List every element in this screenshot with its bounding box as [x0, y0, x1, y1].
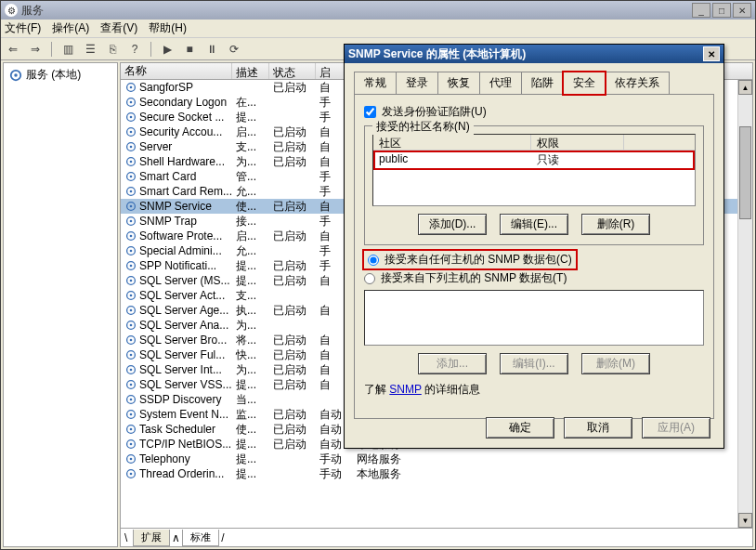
accept-list-radio[interactable] — [364, 273, 375, 284]
gear-icon — [124, 304, 137, 317]
communities-listbox[interactable]: 社区 权限 public 只读 — [372, 134, 696, 206]
svg-point-53 — [130, 458, 133, 461]
tab-recovery[interactable]: 恢复 — [437, 72, 480, 95]
svg-point-45 — [130, 399, 133, 401]
gear-icon — [124, 200, 137, 213]
col-perm[interactable]: 权限 — [531, 135, 624, 150]
tab-general[interactable]: 常规 — [354, 72, 397, 95]
gear-icon — [124, 363, 137, 376]
window-title: 服务 — [21, 3, 692, 19]
cancel-button[interactable]: 取消 — [564, 417, 632, 439]
tab-traps[interactable]: 陷阱 — [521, 72, 564, 95]
tree-root-label: 服务 (本地) — [26, 67, 81, 83]
tree-root[interactable]: 服务 (本地) — [4, 63, 117, 86]
tab-security[interactable]: 安全 — [563, 72, 606, 95]
maximize-button[interactable]: □ — [712, 3, 731, 18]
tab-agent[interactable]: 代理 — [479, 72, 522, 95]
scrollbar[interactable]: ▲ ▼ — [737, 80, 752, 528]
gear-icon — [124, 140, 137, 153]
svg-point-21 — [130, 220, 133, 223]
menu-view[interactable]: 查看(V) — [100, 20, 137, 36]
dialog-close-button[interactable]: ✕ — [703, 46, 720, 61]
minimize-button[interactable]: _ — [692, 3, 710, 18]
properties-button[interactable]: ☰ — [82, 41, 98, 58]
menubar: 文件(F) 操作(A) 查看(V) 帮助(H) — [1, 20, 755, 38]
gear-icon — [124, 334, 137, 347]
gear-icon — [9, 69, 22, 82]
back-button[interactable]: ⇐ — [5, 41, 21, 58]
svg-point-23 — [130, 235, 133, 238]
remove-community-button[interactable]: 删除(R) — [581, 214, 650, 235]
community-row[interactable]: public 只读 — [373, 151, 695, 170]
gear-icon — [124, 274, 137, 287]
hosts-listbox[interactable] — [364, 290, 704, 346]
gear-icon — [124, 452, 137, 465]
svg-point-9 — [130, 131, 133, 134]
restart-button[interactable]: ⟳ — [226, 41, 242, 58]
svg-point-39 — [130, 354, 133, 357]
svg-point-49 — [130, 428, 133, 431]
show-hide-tree-button[interactable]: ▥ — [59, 41, 76, 58]
add-community-button[interactable]: 添加(D)... — [418, 214, 487, 235]
svg-point-19 — [130, 205, 133, 208]
send-auth-trap-checkbox[interactable] — [364, 106, 376, 118]
stop-button[interactable]: ■ — [181, 41, 198, 58]
apply-button[interactable]: 应用(A) — [642, 417, 710, 439]
ok-button[interactable]: 确定 — [486, 417, 554, 439]
col-name[interactable]: 名称 — [121, 63, 232, 79]
gear-icon — [124, 125, 137, 138]
tree-pane: 服务 (本地) — [3, 62, 118, 547]
add-host-button[interactable]: 添加... — [418, 353, 487, 374]
gear-icon — [124, 155, 137, 168]
info-line: 了解 SNMP 的详细信息 — [364, 382, 704, 398]
svg-point-35 — [130, 324, 133, 327]
service-row[interactable]: Telephony提...手动网络服务 — [121, 452, 752, 466]
svg-point-17 — [130, 190, 133, 193]
gear-icon — [124, 438, 137, 451]
svg-point-27 — [130, 265, 133, 268]
snmp-info-link[interactable]: SNMP — [389, 383, 421, 396]
scroll-thumb[interactable] — [739, 126, 751, 219]
svg-point-3 — [130, 86, 133, 89]
gear-icon — [124, 81, 137, 94]
gear-icon — [124, 408, 137, 421]
col-desc[interactable]: 描述 — [232, 63, 269, 79]
close-button[interactable]: ✕ — [733, 3, 751, 18]
accepted-communities-group: 接受的社区名称(N) 社区 权限 public 只读 添加(D)... 编辑(E… — [364, 125, 704, 245]
help-button[interactable]: ? — [126, 41, 143, 58]
export-button[interactable]: ⎘ — [104, 41, 121, 58]
remove-host-button[interactable]: 删除(M) — [581, 353, 650, 374]
gear-icon — [124, 289, 137, 302]
tab-standard[interactable]: 标准 — [182, 530, 219, 546]
edit-community-button[interactable]: 编辑(E)... — [500, 214, 568, 235]
svg-point-33 — [130, 309, 133, 312]
gear-icon — [124, 348, 137, 361]
forward-button[interactable]: ⇒ — [27, 41, 44, 58]
svg-point-25 — [130, 250, 133, 253]
gear-icon — [124, 467, 137, 480]
pause-button[interactable]: ⏸ — [203, 41, 220, 58]
service-row[interactable]: Thread Orderin...提...手动本地服务 — [121, 466, 752, 481]
edit-host-button[interactable]: 编辑(I)... — [500, 353, 568, 374]
accept-any-radio[interactable] — [368, 255, 379, 266]
gear-icon — [124, 185, 137, 198]
tab-extended[interactable]: 扩展 — [133, 530, 170, 546]
scroll-up-button[interactable]: ▲ — [738, 80, 752, 95]
start-button[interactable]: ▶ — [159, 41, 176, 58]
svg-point-5 — [130, 101, 133, 104]
dialog-titlebar: SNMP Service 的属性 (本地计算机) ✕ — [345, 45, 723, 63]
titlebar: ⚙ 服务 _ □ ✕ — [1, 1, 755, 20]
community-name: public — [373, 151, 531, 169]
tab-deps[interactable]: 依存关系 — [605, 72, 670, 95]
menu-action[interactable]: 操作(A) — [52, 20, 89, 36]
menu-file[interactable]: 文件(F) — [5, 20, 41, 36]
menu-help[interactable]: 帮助(H) — [149, 20, 187, 36]
svg-point-41 — [130, 369, 133, 372]
col-community[interactable]: 社区 — [373, 135, 531, 150]
col-status[interactable]: 状态 — [269, 63, 316, 79]
tab-logon[interactable]: 登录 — [396, 72, 438, 95]
scroll-down-button[interactable]: ▼ — [738, 513, 752, 528]
svg-point-37 — [130, 339, 133, 342]
bottom-tabs: \ 扩展 ∧ 标准 / — [121, 528, 752, 546]
app-icon: ⚙ — [5, 4, 18, 17]
